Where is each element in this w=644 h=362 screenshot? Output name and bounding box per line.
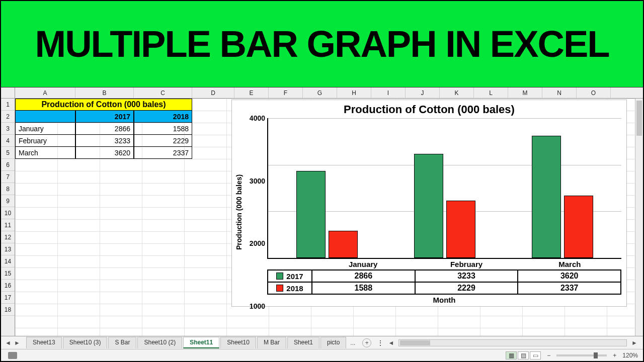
row-header[interactable]: 6 [1, 159, 15, 171]
col-header-C[interactable]: C [134, 87, 192, 98]
row-header[interactable]: 12 [1, 231, 15, 243]
bar-group [268, 118, 386, 258]
horizontal-scrollbar[interactable] [398, 339, 627, 346]
sheet-tab[interactable]: M Bar [257, 337, 286, 348]
col-header-N[interactable]: N [542, 87, 577, 98]
y-tick: 4000 [250, 114, 265, 122]
zoom-level[interactable]: 120% [622, 352, 638, 359]
row-header[interactable]: 15 [1, 267, 15, 280]
row-header[interactable]: 16 [1, 280, 15, 292]
header-2018[interactable]: 2018 [134, 111, 192, 123]
macro-record-icon[interactable] [8, 352, 17, 359]
view-page-layout-button[interactable]: ▤ [518, 351, 529, 359]
col-header-L[interactable]: L [474, 87, 508, 98]
col-header-E[interactable]: E [234, 87, 269, 98]
y-axis: 4000 3000 2000 1000 [244, 118, 267, 306]
header-2017[interactable]: 2017 [75, 111, 134, 123]
cell-value[interactable]: 2866 [75, 123, 134, 135]
category-label: February [415, 259, 518, 269]
row-header[interactable]: 1 [1, 99, 15, 111]
bar-2017[interactable] [296, 171, 326, 258]
row-header[interactable]: 14 [1, 255, 15, 267]
cell-month[interactable]: February [15, 135, 75, 147]
dt-value: 2229 [416, 282, 519, 294]
row-header[interactable]: 5 [1, 147, 15, 159]
horizontal-scroll-thumb[interactable] [400, 340, 430, 345]
col-header-O[interactable]: O [577, 87, 611, 98]
view-page-break-button[interactable]: ▭ [530, 351, 541, 359]
zoom-out-button[interactable]: − [547, 352, 550, 359]
dt-value: 3620 [518, 270, 620, 282]
view-normal-button[interactable]: ▦ [506, 351, 517, 359]
zoom-slider-thumb[interactable] [594, 352, 598, 358]
cell-value[interactable]: 2337 [134, 147, 192, 159]
bar-group [386, 118, 504, 258]
col-header-F[interactable]: F [269, 87, 303, 98]
row-header[interactable]: 7 [1, 171, 15, 183]
row-header[interactable]: 8 [1, 183, 15, 195]
cell-month[interactable]: January [15, 123, 75, 135]
sheet-tab[interactable]: Sheet10 (3) [63, 337, 108, 348]
col-header-H[interactable]: H [337, 87, 371, 98]
add-sheet-button[interactable]: + [362, 338, 371, 347]
cell-value[interactable]: 2229 [134, 135, 192, 147]
cell-value[interactable]: 3233 [75, 135, 134, 147]
cell-grid[interactable]: Production of Cotton (000 bales) 2017 20… [15, 99, 643, 336]
col-header-B[interactable]: B [75, 87, 134, 98]
row-header[interactable]: 11 [1, 219, 15, 231]
hscroll-right-icon[interactable]: ► [631, 339, 638, 346]
sheet-tab[interactable]: S Bar [108, 337, 136, 348]
sheet-tab[interactable]: Sheet1 [287, 337, 319, 348]
tabs-overflow[interactable]: ... [347, 339, 358, 346]
table-title-cell[interactable]: Production of Cotton (000 bales) [15, 99, 192, 111]
sheet-tab[interactable]: Sheet13 [26, 337, 62, 348]
zoom-in-button[interactable]: + [613, 352, 616, 359]
bar-2018[interactable] [564, 196, 593, 258]
bar-2017[interactable] [414, 154, 443, 258]
sheet-tab[interactable]: Sheet10 (2) [137, 337, 182, 348]
row-header[interactable]: 9 [1, 195, 15, 207]
row-header[interactable]: 3 [1, 123, 15, 135]
tab-nav-prev-icon[interactable]: ◄ [4, 339, 12, 347]
chart-object[interactable]: Production of Cotton (000 bales) Product… [231, 100, 627, 307]
status-bar: ▦ ▤ ▭ − + 120% [1, 349, 643, 361]
select-all-corner[interactable] [1, 87, 15, 98]
data-range: Production of Cotton (000 bales) 2017 20… [15, 99, 192, 159]
chart-data-table: 2017 2866 3233 3620 2018 1588 [267, 269, 621, 295]
zoom-slider[interactable] [556, 354, 607, 356]
row-header[interactable]: 4 [1, 135, 15, 147]
col-header-K[interactable]: K [440, 87, 474, 98]
y-axis-label: Production (000 bales) [234, 118, 244, 306]
sheet-tab[interactable]: Sheet10 [220, 337, 256, 348]
col-header-A[interactable]: A [15, 87, 75, 98]
bar-2018[interactable] [329, 231, 358, 258]
col-header-M[interactable]: M [508, 87, 542, 98]
category-label: January [311, 259, 415, 269]
col-header-I[interactable]: I [371, 87, 406, 98]
header-blank[interactable] [15, 111, 75, 123]
tab-nav-next-icon[interactable]: ► [13, 339, 21, 347]
sheet-tab[interactable]: Sheet11 [183, 337, 219, 348]
swatch-2017-icon [276, 273, 283, 280]
bar-2017[interactable] [532, 136, 561, 258]
title-banner: MULTIPLE BAR GRAPH IN EXCEL [1, 1, 643, 87]
row-header[interactable]: 13 [1, 243, 15, 255]
col-header-G[interactable]: G [303, 87, 337, 98]
hscroll-left-icon[interactable]: ◄ [387, 339, 394, 346]
tab-split[interactable]: ⋮ [377, 339, 383, 346]
row-header[interactable]: 17 [1, 292, 15, 304]
row-header[interactable]: 2 [1, 111, 15, 123]
cell-value[interactable]: 3620 [75, 147, 134, 159]
row-header[interactable]: 18 [1, 304, 15, 316]
dt-value: 3233 [416, 270, 519, 282]
cell-month[interactable]: March [15, 147, 75, 159]
cell-value[interactable]: 1588 [134, 123, 192, 135]
sheet-tab[interactable]: picto [320, 337, 346, 348]
bar-2018[interactable] [446, 201, 475, 258]
row-header[interactable]: 10 [1, 207, 15, 219]
chart-title: Production of Cotton (000 bales) [344, 103, 515, 116]
vertical-scroll-thumb[interactable] [636, 101, 642, 136]
col-header-J[interactable]: J [406, 87, 440, 98]
vertical-scrollbar[interactable] [635, 99, 643, 336]
col-header-D[interactable]: D [192, 87, 234, 98]
